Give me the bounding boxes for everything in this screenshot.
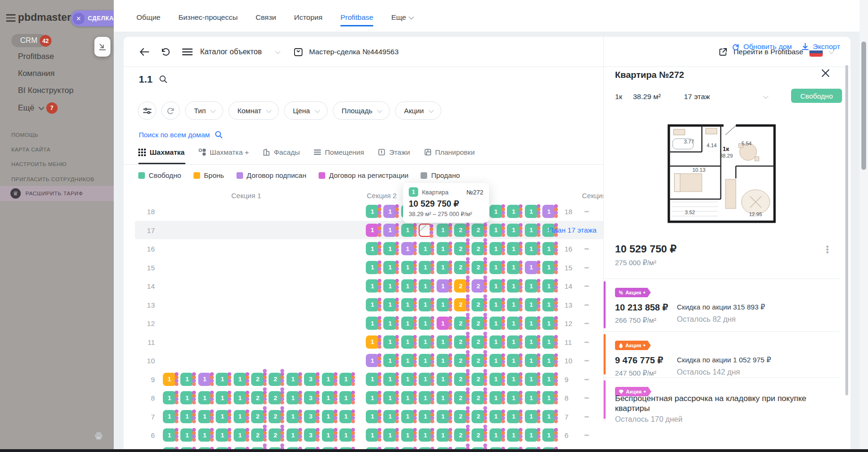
apartment-cell-selected[interactable] — [419, 224, 432, 237]
apartment-cell[interactable]: 1 — [322, 373, 335, 386]
apartment-cell[interactable]: 1 — [322, 391, 335, 404]
apartment-cell[interactable]: 1 — [366, 373, 379, 386]
apartment-cell[interactable]: 1 — [525, 317, 538, 330]
apartment-cell[interactable]: 1 — [542, 298, 556, 311]
apartment-cell[interactable]: 1 — [542, 317, 556, 330]
apartment-cell[interactable]: 1 — [542, 335, 556, 349]
apartment-cell[interactable]: 1 — [401, 317, 414, 330]
apartment-cell[interactable]: 2 — [251, 410, 264, 423]
apartment-cell[interactable]: 1 — [287, 373, 300, 386]
apartment-cell[interactable]: 1 — [525, 242, 538, 255]
apartment-cell[interactable]: 2 — [454, 279, 467, 293]
apartment-cell[interactable]: 1 — [542, 242, 556, 255]
apartment-cell[interactable]: 1 — [489, 335, 503, 349]
apartment-cell[interactable]: 1 — [542, 205, 556, 218]
kebab-menu-icon[interactable]: ••• — [826, 245, 829, 254]
apartment-cell[interactable]: 1 — [419, 410, 432, 423]
close-icon[interactable] — [821, 69, 830, 77]
apartment-cell[interactable]: 1 — [507, 242, 520, 255]
apartment-cell[interactable]: 1 — [366, 335, 379, 349]
apartment-cell[interactable]: 1 — [437, 317, 450, 330]
apartment-cell[interactable]: 1 — [339, 410, 353, 423]
apartment-cell[interactable]: 1 — [287, 428, 300, 442]
apartment-cell[interactable]: 1 — [401, 335, 414, 349]
apartment-cell[interactable]: 1 — [419, 298, 432, 311]
apartment-cell[interactable]: 1 — [489, 205, 503, 218]
tab-profitbase[interactable]: Profitbase — [340, 13, 373, 26]
apartment-cell[interactable]: 1 — [437, 261, 450, 274]
apartment-cell[interactable]: 2 — [472, 261, 485, 274]
apartment-cell[interactable]: 1 — [339, 373, 353, 386]
apartment-cell[interactable]: 1 — [322, 428, 335, 442]
apartment-cell[interactable]: 1 — [489, 242, 503, 255]
apartment-cell[interactable]: 1 — [489, 298, 503, 311]
tab-связи[interactable]: Связи — [256, 13, 276, 26]
apartment-cell[interactable]: 1 — [216, 410, 229, 423]
apartment-cell[interactable]: 1 — [383, 298, 396, 311]
apartment-cell[interactable]: 1 — [542, 391, 556, 404]
apartment-cell[interactable]: 1 — [507, 298, 520, 311]
apartment-cell[interactable]: 1 — [489, 261, 503, 274]
apartment-cell[interactable]: 1 — [525, 373, 538, 386]
close-icon[interactable]: ✕ — [73, 13, 84, 25]
sidebar-menu-icon[interactable] — [6, 14, 16, 24]
apartment-cell[interactable]: 1 — [507, 335, 520, 349]
apartment-cell[interactable]: 1 — [383, 224, 396, 237]
apartment-cell[interactable]: 2 — [454, 242, 467, 255]
apartment-cell[interactable]: 1 — [507, 373, 520, 386]
apartment-cell[interactable]: 1 — [366, 279, 379, 293]
apartment-cell[interactable]: 2 — [269, 428, 282, 442]
apartment-cell[interactable]: 1 — [234, 410, 247, 423]
apartment-cell[interactable]: 1 — [489, 373, 503, 386]
apartment-cell[interactable]: 2 — [251, 391, 264, 404]
apartment-cell[interactable]: 1 — [383, 279, 396, 293]
apartment-cell[interactable]: 1 — [542, 373, 556, 386]
apartment-cell[interactable]: 1 — [489, 410, 503, 423]
sidebar-collapse-button[interactable] — [94, 37, 110, 57]
apartment-cell[interactable]: 1 — [507, 410, 520, 423]
apartment-cell[interactable]: 1 — [198, 391, 211, 404]
apartment-cell[interactable]: 1 — [437, 298, 450, 311]
tab-еще[interactable]: Еще — [391, 13, 413, 26]
apartment-cell[interactable]: 2 — [472, 224, 485, 237]
apartment-cell[interactable]: 1 — [507, 205, 520, 218]
sidebar-utility-item[interactable]: ПОМОЩЬ — [11, 132, 38, 138]
apartment-cell[interactable]: 2 — [251, 428, 264, 442]
sidebar-item-2[interactable]: Компания — [18, 69, 55, 78]
apartment-cell[interactable]: 1 — [437, 335, 450, 349]
apartment-cell[interactable]: 2 — [454, 428, 467, 442]
back-icon[interactable] — [139, 47, 150, 57]
apartment-cell[interactable]: 1 — [180, 391, 194, 404]
apartment-cell[interactable]: 1 — [401, 279, 414, 293]
apartment-cell[interactable]: 1 — [542, 410, 556, 423]
apartment-cell[interactable]: 1 — [383, 335, 396, 349]
apartment-cell[interactable]: 1 — [401, 391, 414, 404]
apartment-cell[interactable]: 2 — [269, 410, 282, 423]
apartment-cell[interactable]: 1 — [507, 354, 520, 367]
apartment-cell[interactable]: 1 — [234, 391, 247, 404]
apartment-cell[interactable]: 1 — [437, 391, 450, 404]
apartment-cell[interactable]: 1 — [525, 261, 538, 274]
apartment-cell[interactable]: 1 — [366, 391, 379, 404]
apartment-cell[interactable]: 1 — [525, 391, 538, 404]
apartment-cell[interactable]: 1 — [401, 428, 414, 442]
apartment-cell[interactable]: 1 — [437, 354, 450, 367]
apartment-cell[interactable]: 1 — [542, 354, 556, 367]
sidebar-utility-item[interactable]: КАРТА САЙТА — [11, 147, 51, 152]
apartment-cell[interactable]: 1 — [489, 428, 503, 442]
apartment-cell[interactable]: 2 — [454, 373, 467, 386]
apartment-cell[interactable]: 1 — [437, 428, 450, 442]
sidebar-utility-item[interactable]: НАСТРОИТЬ МЕНЮ — [11, 161, 67, 167]
apartment-cell[interactable]: 1 — [525, 224, 538, 237]
apartment-cell[interactable]: 2 — [472, 410, 485, 423]
apartment-cell[interactable]: 1 — [180, 428, 194, 442]
apartment-cell[interactable]: 1 — [163, 391, 176, 404]
apartment-cell[interactable]: 1 — [507, 317, 520, 330]
chevron-down-icon[interactable] — [763, 93, 768, 99]
apartment-cell[interactable]: 1 — [542, 279, 556, 293]
apartment-cell[interactable]: 1 — [401, 298, 414, 311]
apartment-cell[interactable]: 2 — [472, 242, 485, 255]
apartment-cell[interactable]: 1 — [507, 279, 520, 293]
apartment-cell[interactable]: 2 — [472, 279, 485, 293]
apartment-cell[interactable]: 2 — [454, 391, 467, 404]
